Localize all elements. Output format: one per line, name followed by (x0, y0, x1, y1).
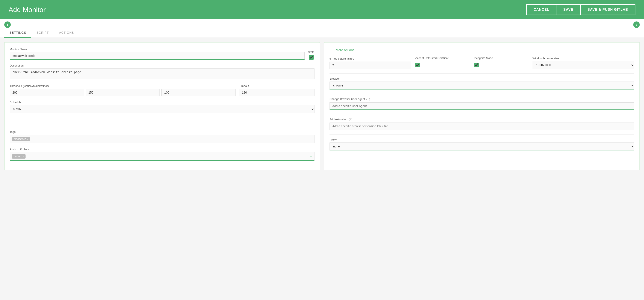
options-row: #Tries before failure Accept Untrusted C… (330, 56, 634, 69)
window-size-label: Window browser size (532, 57, 634, 60)
tags-input-row: modacweb x + (10, 135, 314, 143)
monitor-name-row: Monitor Name State (10, 48, 314, 60)
probes-add-button[interactable]: + (310, 154, 312, 158)
schedule-group: Schedule 1 MIN 5 MIN 10 MIN 15 MIN 30 MI… (10, 101, 314, 113)
user-agent-info-icon: i (366, 98, 370, 101)
tag-chip-remove[interactable]: x (27, 138, 28, 140)
timeout-input[interactable] (239, 89, 314, 96)
extension-group: Add extension i (330, 118, 634, 130)
monitor-name-input[interactable] (10, 52, 304, 60)
divider-3 (330, 114, 634, 114)
threshold-major-input[interactable] (86, 89, 160, 96)
tab-bar: SETTINGS SCRIPT ACTIONS (0, 28, 644, 38)
description-input[interactable]: check the modacweb website credit page (10, 68, 314, 79)
accept-cert-checkbox[interactable] (416, 63, 420, 68)
accept-cert-group: Accept Untrusted Certificat (416, 56, 470, 69)
page-title: Add Monitor (8, 6, 46, 14)
probe-chip-probe1: probe1 x (12, 154, 26, 158)
probe-chip-remove[interactable]: x (22, 155, 24, 158)
incognito-checkbox[interactable] (474, 63, 479, 68)
probe-chip-label: probe1 (14, 155, 22, 158)
threshold-label: Threshold (Critical/Major/Minor) (10, 84, 236, 88)
user-agent-label: Change Browser User Agent i (330, 98, 634, 101)
monitor-name-label: Monitor Name (10, 48, 304, 51)
timeout-section: Timeout (239, 84, 314, 96)
tries-label: #Tries before failure (330, 57, 411, 60)
state-checkbox[interactable] (309, 55, 314, 60)
extension-label: Add extension i (330, 118, 634, 122)
divider-2 (330, 94, 634, 94)
tries-input[interactable] (330, 62, 411, 69)
incognito-checkbox-row (474, 61, 528, 69)
step-2-badge: 2 (633, 22, 640, 28)
window-size-group: Window browser size 1920x1080 1280x800 1… (532, 57, 634, 69)
left-panel: Monitor Name State Description check the… (4, 42, 320, 170)
tags-label: Tags (10, 130, 314, 134)
schedule-select[interactable]: 1 MIN 5 MIN 10 MIN 15 MIN 30 MIN 1 HOUR (10, 105, 314, 113)
user-agent-input[interactable] (330, 102, 634, 110)
proxy-label: Proxy (330, 138, 634, 141)
monitor-name-group: Monitor Name (10, 48, 304, 60)
description-label: Description (10, 64, 314, 67)
more-options-label: More options (336, 48, 354, 52)
probes-input-row: probe1 x + (10, 152, 314, 161)
tag-chip-label: modacweb (14, 138, 26, 140)
more-options-header: ... More options (330, 48, 634, 52)
extension-info-icon: i (349, 118, 352, 121)
tries-group: #Tries before failure (330, 57, 411, 69)
push-probes-label: Push to Probes (10, 148, 314, 151)
window-size-select[interactable]: 1920x1080 1280x800 1366x768 2560x1440 (532, 61, 634, 69)
extension-input[interactable] (330, 122, 634, 130)
threshold-inputs (10, 89, 236, 96)
app-header: Add Monitor CANCEL SAVE SAVE & PUSH GITL… (0, 0, 644, 19)
incognito-group: Incognito Mode (474, 56, 528, 69)
proxy-select[interactable]: none http socks5 (330, 142, 634, 150)
incognito-label: Incognito Mode (474, 56, 528, 60)
push-probes-group: Push to Probes probe1 x + (10, 148, 314, 161)
tag-chip-modacweb: modacweb x (12, 137, 30, 141)
threshold-critical-input[interactable] (10, 89, 84, 96)
cancel-button[interactable]: CANCEL (526, 4, 557, 15)
accept-cert-checkbox-row (416, 61, 470, 69)
state-group: State (308, 50, 314, 60)
threshold-minor-input[interactable] (162, 89, 236, 96)
more-options-dots: ... (330, 48, 334, 52)
tab-script[interactable]: SCRIPT (31, 28, 54, 38)
timeout-label: Timeout (239, 84, 314, 88)
tab-actions[interactable]: ACTIONS (54, 28, 79, 38)
tab-settings[interactable]: SETTINGS (4, 28, 31, 38)
spacer (10, 118, 314, 130)
user-agent-group: Change Browser User Agent i (330, 98, 634, 110)
proxy-group: Proxy none http socks5 (330, 138, 634, 150)
step-1-badge: 1 (4, 22, 11, 28)
tags-add-button[interactable]: + (310, 137, 312, 141)
save-push-button[interactable]: SAVE & PUSH GITLAB (581, 4, 636, 15)
state-label: State (308, 50, 314, 54)
divider-4 (330, 134, 634, 134)
threshold-timeout-row: Threshold (Critical/Major/Minor) Timeout (10, 84, 314, 96)
accept-cert-label: Accept Untrusted Certificat (416, 56, 470, 60)
threshold-section: Threshold (Critical/Major/Minor) (10, 84, 236, 96)
right-panel: ... More options #Tries before failure A… (324, 42, 640, 170)
browser-label: Browser (330, 77, 634, 80)
browser-group: Browser chrome firefox edge (330, 77, 634, 90)
header-actions: CANCEL SAVE SAVE & PUSH GITLAB (526, 4, 636, 15)
save-button[interactable]: SAVE (556, 4, 580, 15)
schedule-label: Schedule (10, 101, 314, 104)
main-content: Monitor Name State Description check the… (0, 38, 644, 175)
tags-group: Tags modacweb x + (10, 130, 314, 143)
browser-select[interactable]: chrome firefox edge (330, 82, 634, 90)
description-group: Description check the modacweb website c… (10, 64, 314, 80)
